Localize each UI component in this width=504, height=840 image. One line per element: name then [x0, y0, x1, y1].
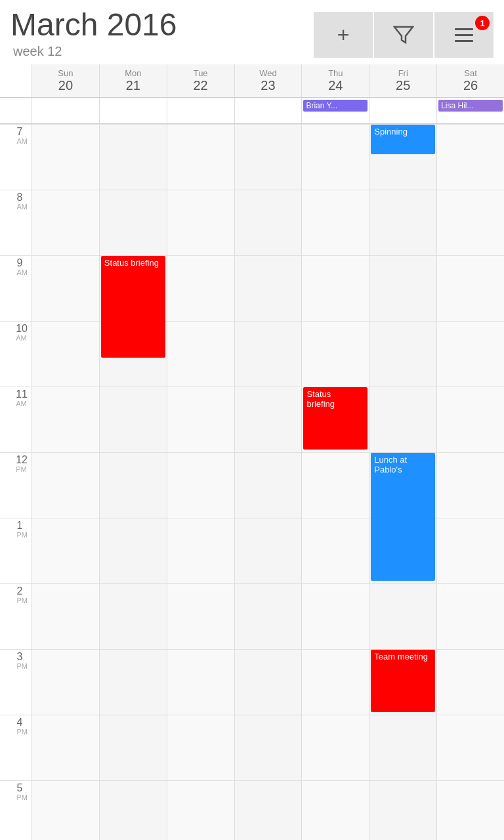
time-cell-mon-7[interactable] — [99, 124, 167, 190]
time-cell-fri-5[interactable] — [369, 780, 436, 840]
filter-button[interactable] — [374, 12, 433, 58]
time-cell-wed-4[interactable] — [234, 715, 302, 780]
time-cell-sat-9[interactable] — [436, 255, 504, 321]
time-cell-mon-2[interactable] — [99, 583, 167, 649]
time-cell-wed-3[interactable] — [234, 649, 302, 715]
time-cell-mon-1[interactable] — [99, 518, 167, 583]
day-name-sun: Sun — [32, 68, 99, 78]
time-cell-sat-12[interactable] — [436, 452, 504, 518]
time-cell-wed-10[interactable] — [234, 321, 302, 387]
time-cell-sun-1[interactable] — [32, 518, 99, 583]
time-cell-tue-3[interactable] — [167, 649, 234, 715]
time-cell-thu-12[interactable] — [301, 452, 369, 518]
time-cell-fri-4[interactable] — [369, 715, 436, 780]
filter-icon — [393, 24, 414, 45]
time-cell-wed-7[interactable] — [234, 124, 302, 190]
time-cell-sun-7[interactable] — [32, 124, 99, 190]
time-cell-tue-10[interactable] — [167, 321, 234, 387]
time-cell-mon-5[interactable] — [99, 780, 167, 840]
time-cell-sat-7[interactable] — [436, 124, 504, 190]
time-cell-tue-5[interactable] — [167, 780, 234, 840]
time-cell-tue-2[interactable] — [167, 583, 234, 649]
header-buttons: + 1 — [314, 12, 494, 58]
allday-cell-thu[interactable]: Brian Y... — [301, 98, 369, 123]
event-team-meeting[interactable]: Team meeting — [371, 650, 435, 712]
time-cell-thu-7[interactable] — [301, 124, 369, 190]
time-cell-sat-11[interactable] — [436, 387, 504, 452]
time-cell-tue-8[interactable] — [167, 190, 234, 255]
time-cell-wed-5[interactable] — [234, 780, 302, 840]
allday-event-brian[interactable]: Brian Y... — [303, 100, 368, 112]
time-cell-sun-5[interactable] — [32, 780, 99, 840]
menu-button[interactable]: 1 — [434, 12, 494, 58]
add-event-button[interactable]: + — [314, 12, 373, 58]
event-spinning[interactable]: Spinning — [371, 125, 435, 154]
time-cell-tue-11[interactable] — [167, 387, 234, 452]
time-cell-thu-4[interactable] — [301, 715, 369, 780]
time-cell-fri-3[interactable]: Team meeting — [369, 649, 436, 715]
time-cell-tue-1[interactable] — [167, 518, 234, 583]
time-cell-fri-8[interactable] — [369, 190, 436, 255]
time-cell-sun-8[interactable] — [32, 190, 99, 255]
time-cell-wed-12[interactable] — [234, 452, 302, 518]
time-cell-mon-3[interactable] — [99, 649, 167, 715]
allday-cell-sat[interactable]: Lisa Hil... — [436, 98, 504, 123]
time-cell-sat-1[interactable] — [436, 518, 504, 583]
svg-rect-1 — [455, 28, 473, 30]
time-cell-mon-12[interactable] — [99, 452, 167, 518]
svg-rect-3 — [455, 40, 473, 42]
time-cell-fri-11[interactable] — [369, 387, 436, 452]
time-cell-sun-11[interactable] — [32, 387, 99, 452]
time-cell-thu-9[interactable] — [301, 255, 369, 321]
day-name-fri: Fri — [369, 68, 436, 78]
day-header-thu: Thu 24 — [301, 64, 369, 97]
menu-icon — [453, 26, 474, 44]
time-cell-sun-4[interactable] — [32, 715, 99, 780]
time-cell-mon-11[interactable] — [99, 387, 167, 452]
time-cell-sat-5[interactable] — [436, 780, 504, 840]
time-cell-sat-4[interactable] — [436, 715, 504, 780]
time-cell-sat-3[interactable] — [436, 649, 504, 715]
time-cell-mon-8[interactable] — [99, 190, 167, 255]
time-cell-fri-7[interactable]: Spinning — [369, 124, 436, 190]
time-cell-wed-11[interactable] — [234, 387, 302, 452]
time-cell-fri-2[interactable] — [369, 583, 436, 649]
time-cell-thu-2[interactable] — [301, 583, 369, 649]
time-cell-sun-3[interactable] — [32, 649, 99, 715]
time-cell-sat-10[interactable] — [436, 321, 504, 387]
svg-marker-0 — [394, 27, 413, 43]
time-cell-wed-1[interactable] — [234, 518, 302, 583]
header-title-block: March 2016 week 12 — [10, 8, 177, 59]
time-cell-thu-10[interactable] — [301, 321, 369, 387]
time-cell-fri-9[interactable] — [369, 255, 436, 321]
day-num-sun: 20 — [32, 78, 99, 93]
time-cell-wed-2[interactable] — [234, 583, 302, 649]
time-cell-mon-9[interactable]: Status briefing — [99, 255, 167, 321]
allday-event-lisa[interactable]: Lisa Hil... — [438, 100, 503, 112]
time-cell-sun-10[interactable] — [32, 321, 99, 387]
day-num-thu: 24 — [302, 78, 369, 93]
time-cell-wed-8[interactable] — [234, 190, 302, 255]
time-cell-thu-11[interactable]: Statusbriefing — [301, 387, 369, 452]
time-cell-tue-4[interactable] — [167, 715, 234, 780]
event-lunch-pablos[interactable]: Lunch at Pablo's — [371, 453, 435, 581]
day-header-mon: Mon 21 — [99, 64, 167, 97]
time-cell-sun-2[interactable] — [32, 583, 99, 649]
event-status-briefing-mon[interactable]: Status briefing — [101, 256, 165, 358]
time-cell-mon-4[interactable] — [99, 715, 167, 780]
time-cell-tue-12[interactable] — [167, 452, 234, 518]
time-cell-thu-8[interactable] — [301, 190, 369, 255]
time-cell-wed-9[interactable] — [234, 255, 302, 321]
time-cell-tue-7[interactable] — [167, 124, 234, 190]
time-cell-tue-9[interactable] — [167, 255, 234, 321]
time-cell-sat-2[interactable] — [436, 583, 504, 649]
time-cell-sat-8[interactable] — [436, 190, 504, 255]
time-cell-thu-3[interactable] — [301, 649, 369, 715]
time-cell-fri-10[interactable] — [369, 321, 436, 387]
time-cell-fri-12[interactable]: Lunch at Pablo's — [369, 452, 436, 518]
time-cell-sun-9[interactable] — [32, 255, 99, 321]
time-cell-thu-1[interactable] — [301, 518, 369, 583]
time-cell-thu-5[interactable] — [301, 780, 369, 840]
time-cell-sun-12[interactable] — [32, 452, 99, 518]
event-status-briefing-thu[interactable]: Statusbriefing — [303, 387, 368, 450]
